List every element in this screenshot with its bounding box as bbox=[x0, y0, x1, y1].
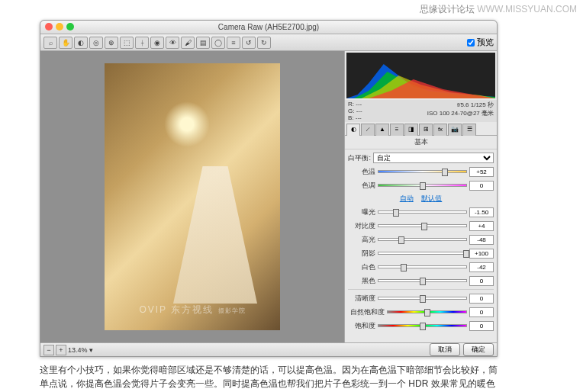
traffic-lights bbox=[45, 23, 74, 31]
ok-button[interactable]: 确定 bbox=[463, 343, 494, 356]
grad-filter-icon[interactable]: ▤ bbox=[196, 37, 210, 49]
meta-b: B: --- bbox=[348, 114, 362, 121]
tab-hsl[interactable]: ≡ bbox=[390, 124, 404, 136]
saturation-value[interactable]: 0 bbox=[469, 321, 494, 331]
whites-slider[interactable] bbox=[378, 265, 467, 268]
temp-value[interactable]: +52 bbox=[469, 167, 494, 177]
photo-preview: OVIP 东方视线 摄影学院 bbox=[105, 63, 280, 330]
vibrance-value[interactable]: 0 bbox=[469, 307, 494, 317]
temp-slider[interactable] bbox=[378, 170, 467, 173]
zoom-value[interactable]: 13.4% bbox=[68, 346, 88, 354]
tint-label: 色调 bbox=[348, 181, 375, 191]
temp-row: 色温 +52 bbox=[348, 165, 494, 178]
adjustments-panel: R: --- G: --- B: --- f/5.6 1/125 秒 ISO 1… bbox=[344, 51, 497, 342]
tab-detail[interactable]: ▲ bbox=[375, 124, 389, 136]
default-link[interactable]: 默认值 bbox=[421, 194, 442, 202]
zoom-out-icon[interactable]: − bbox=[43, 345, 54, 355]
contrast-slider[interactable] bbox=[378, 224, 467, 227]
tint-slider[interactable] bbox=[378, 184, 467, 187]
saturation-slider[interactable] bbox=[378, 324, 467, 327]
minimize-icon[interactable] bbox=[56, 23, 63, 31]
color-sampler-icon[interactable]: ◎ bbox=[89, 37, 103, 49]
prefs-icon[interactable]: ≡ bbox=[227, 37, 240, 49]
preview-toggle[interactable]: 预览 bbox=[467, 37, 494, 48]
rotate-cw-icon[interactable]: ↻ bbox=[257, 37, 271, 49]
tab-fx[interactable]: fx bbox=[433, 124, 447, 136]
toolbar: ⌕ ✋ ◐ ◎ ⊕ ⬚ ⟊ ◉ 👁 🖌 ▤ ◯ ≡ ↺ ↻ 预览 bbox=[40, 34, 497, 51]
footer-buttons: 取消 确定 bbox=[430, 343, 494, 356]
blacks-value[interactable]: 0 bbox=[469, 276, 494, 286]
meta-g: G: --- bbox=[348, 108, 362, 114]
zoom-icon[interactable] bbox=[66, 23, 74, 31]
tab-lens[interactable]: ⊞ bbox=[419, 124, 433, 136]
exposure-value[interactable]: -1.50 bbox=[469, 207, 494, 217]
tab-presets[interactable]: ☰ bbox=[462, 124, 476, 136]
tint-row: 色调 0 bbox=[348, 178, 494, 192]
meta-r: R: --- bbox=[348, 101, 362, 108]
title-bar: Camera Raw (AH5E2700.jpg) bbox=[40, 21, 497, 34]
vibrance-row: 自然饱和度 0 bbox=[348, 305, 494, 319]
chevron-down-icon[interactable]: ▾ bbox=[89, 346, 93, 354]
hand-tool-icon[interactable]: ✋ bbox=[59, 37, 72, 49]
watermark: 思缘设计论坛 WWW.MISSYUAN.COM bbox=[420, 3, 577, 16]
target-adj-icon[interactable]: ⊕ bbox=[105, 37, 118, 49]
window-title: Camera Raw (AH5E2700.jpg) bbox=[218, 23, 319, 31]
auto-links: 自动 默认值 bbox=[348, 192, 494, 205]
sliders-container: 白平衡: 自定 色温 +52 色调 0 自动 默认值 bbox=[345, 149, 497, 342]
auto-link[interactable]: 自动 bbox=[400, 194, 414, 202]
temp-label: 色温 bbox=[348, 167, 375, 177]
tab-basic[interactable]: ◐ bbox=[346, 124, 360, 136]
wm-url: WWW.MISSYUAN.COM bbox=[477, 4, 577, 14]
tab-split[interactable]: ◨ bbox=[404, 124, 418, 136]
content-area: OVIP 东方视线 摄影学院 R: --- G: --- B: --- bbox=[40, 51, 497, 342]
spot-removal-icon[interactable]: ◉ bbox=[150, 37, 164, 49]
exposure-row: 曝光 -1.50 bbox=[348, 205, 494, 219]
tab-curve[interactable]: ⟋ bbox=[361, 124, 375, 136]
photo-watermark: OVIP 东方视线 摄影学院 bbox=[139, 304, 245, 316]
rotate-ccw-icon[interactable]: ↺ bbox=[242, 37, 256, 49]
redeye-icon[interactable]: 👁 bbox=[166, 37, 179, 49]
clarity-slider[interactable] bbox=[378, 297, 467, 300]
article-text: 这里有个小技巧，如果你觉得暗部区域还是不够清楚的话，可以提高色温。因为在高色温下… bbox=[40, 363, 498, 392]
highlights-slider[interactable] bbox=[378, 238, 467, 241]
shadows-row: 阴影 +100 bbox=[348, 246, 494, 260]
close-icon[interactable] bbox=[45, 23, 53, 31]
preview-checkbox[interactable] bbox=[467, 39, 475, 47]
zoom-in-icon[interactable]: + bbox=[56, 345, 66, 355]
cancel-button[interactable]: 取消 bbox=[430, 343, 460, 356]
whites-row: 白色 -42 bbox=[348, 260, 494, 274]
exposure-slider[interactable] bbox=[378, 210, 467, 214]
photo-subject bbox=[173, 166, 257, 304]
divider bbox=[348, 289, 494, 290]
wb-tool-icon[interactable]: ◐ bbox=[74, 37, 88, 49]
adj-brush-icon[interactable]: 🖌 bbox=[181, 37, 195, 49]
wb-label: 白平衡: bbox=[348, 153, 371, 163]
tint-value[interactable]: 0 bbox=[469, 181, 494, 191]
radial-filter-icon[interactable]: ◯ bbox=[211, 37, 225, 49]
panel-tabs: ◐ ⟋ ▲ ≡ ◨ ⊞ fx 📷 ☰ bbox=[345, 122, 497, 136]
wb-select[interactable]: 自定 bbox=[373, 153, 494, 163]
shadows-slider[interactable] bbox=[378, 252, 467, 255]
tab-camera[interactable]: 📷 bbox=[448, 124, 462, 136]
straighten-icon[interactable]: ⟊ bbox=[135, 37, 149, 49]
blacks-slider[interactable] bbox=[378, 279, 467, 282]
contrast-value[interactable]: +4 bbox=[469, 221, 494, 231]
histogram[interactable] bbox=[346, 53, 495, 98]
wb-row: 白平衡: 自定 bbox=[348, 151, 494, 165]
highlights-value[interactable]: -48 bbox=[469, 235, 494, 245]
crop-tool-icon[interactable]: ⬚ bbox=[120, 37, 134, 49]
image-area[interactable]: OVIP 东方视线 摄影学院 bbox=[40, 51, 344, 342]
wm-site: 思缘设计论坛 bbox=[420, 4, 475, 14]
meta-info: R: --- G: --- B: --- f/5.6 1/125 秒 ISO 1… bbox=[345, 100, 497, 122]
app-window: Camera Raw (AH5E2700.jpg) ⌕ ✋ ◐ ◎ ⊕ ⬚ ⟊ … bbox=[40, 20, 498, 357]
shadows-value[interactable]: +100 bbox=[469, 249, 494, 259]
zoom-tool-icon[interactable]: ⌕ bbox=[43, 37, 57, 49]
clarity-value[interactable]: 0 bbox=[469, 294, 494, 304]
blacks-row: 黑色 0 bbox=[348, 274, 494, 288]
panel-title: 基本 bbox=[345, 136, 497, 149]
vibrance-slider[interactable] bbox=[387, 310, 467, 313]
status-bar: − + 13.4% ▾ 取消 确定 bbox=[40, 342, 497, 356]
contrast-row: 对比度 +4 bbox=[348, 219, 494, 233]
saturation-row: 饱和度 0 bbox=[348, 319, 494, 333]
whites-value[interactable]: -42 bbox=[469, 262, 494, 272]
